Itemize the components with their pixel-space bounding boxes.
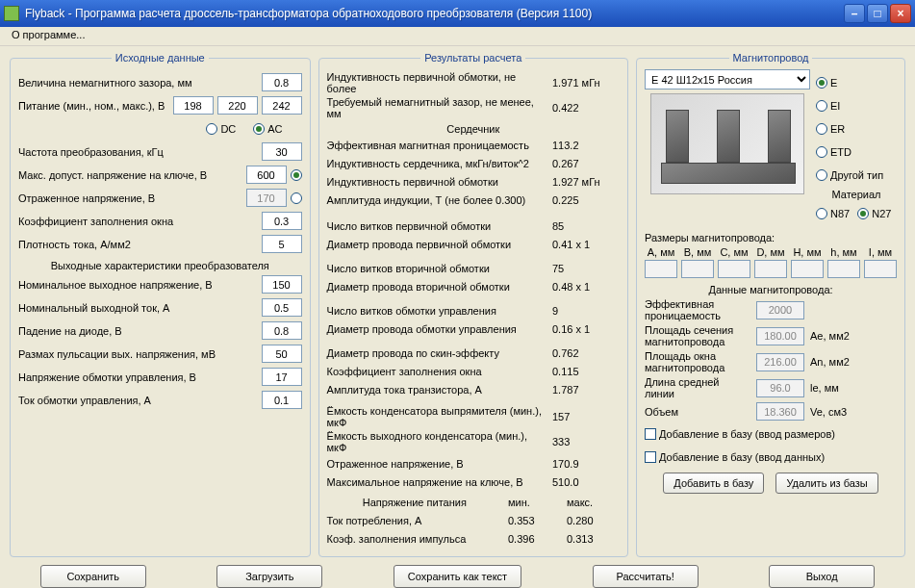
window-title: Flyback - Программа расчета дроссель-тра…: [25, 7, 844, 20]
maximize-button[interactable]: □: [867, 4, 888, 23]
dim-hh-input[interactable]: [791, 260, 824, 278]
jdens-label: Плотность тока, А/мм2: [18, 239, 258, 250]
kfill-label: Коэффициент заполнения окна: [18, 216, 258, 227]
jdens-input[interactable]: [262, 235, 302, 253]
dims-heading: Размеры магнитопровода:: [645, 232, 897, 243]
vref-radio[interactable]: [291, 192, 302, 204]
dims-header: A, ммB, ммC, мм D, ммH, ммh, ммI, мм: [645, 246, 897, 258]
input-group: Исходные данные Величина немагнитного за…: [10, 52, 311, 557]
title-bar: Flyback - Программа расчета дроссель-тра…: [0, 0, 915, 27]
core-image: [650, 93, 804, 194]
vctrl-input[interactable]: [262, 368, 302, 386]
remove-from-db-button[interactable]: Удалить из базы: [775, 473, 877, 494]
core-mu-input: [756, 301, 804, 320]
ripple-label: Размах пульсации вых. напряжения, мВ: [18, 348, 258, 360]
vsw-radio[interactable]: [291, 169, 302, 181]
vref-input: [246, 189, 287, 207]
shape-other-radio[interactable]: Другой тип: [816, 169, 883, 181]
vctrl-label: Напряжение обмотки управления, В: [18, 371, 258, 383]
iout-label: Номинальный выходной ток, А: [18, 302, 258, 314]
material-label: Материал: [816, 189, 897, 200]
supply-min-input[interactable]: [173, 96, 214, 115]
gap-label: Величина немагнитного зазора, мм: [18, 77, 258, 89]
core-le-input: [756, 379, 804, 397]
add-data-check[interactable]: Добавление в базу (ввод данных): [645, 451, 825, 463]
ripple-input[interactable]: [262, 345, 302, 363]
gap-input[interactable]: [262, 73, 302, 91]
menu-bar: О программе...: [0, 27, 915, 46]
dim-a-input[interactable]: [645, 260, 677, 278]
freq-input[interactable]: [262, 142, 302, 161]
save-text-button[interactable]: Сохранить как текст: [394, 565, 521, 588]
core-ae-input: [756, 327, 804, 345]
dim-h-input[interactable]: [827, 260, 860, 278]
supply-max-input[interactable]: [262, 96, 302, 115]
results-legend: Результаты расчета: [420, 52, 525, 64]
mat-n27-radio[interactable]: N27: [857, 208, 891, 219]
shape-etd-radio[interactable]: ETD: [816, 146, 851, 158]
dim-c-input[interactable]: [718, 260, 750, 278]
calculate-button[interactable]: Рассчитать!: [593, 565, 699, 588]
shape-er-radio[interactable]: ER: [816, 123, 845, 135]
lprim-value: 1.971 мГн: [552, 77, 620, 89]
add-dims-check[interactable]: Добавление в базу (ввод размеров): [645, 428, 835, 440]
iout-input[interactable]: [262, 298, 302, 317]
dim-i-input[interactable]: [864, 260, 897, 278]
mat-n87-radio[interactable]: N87: [816, 208, 850, 219]
dim-d-input[interactable]: [754, 260, 787, 278]
shape-ei-radio[interactable]: EI: [816, 100, 840, 112]
ictrl-input[interactable]: [262, 391, 302, 409]
output-subheading: Выходные характеристики преобразователя: [18, 260, 302, 271]
core-subheading: Сердечник: [327, 123, 620, 135]
vdiode-label: Падение на диоде, В: [18, 325, 258, 337]
button-row: Сохранить Загрузить Сохранить как текст …: [10, 557, 905, 588]
gapreq-value: 0.422: [552, 102, 620, 114]
ictrl-label: Ток обмотки управления, А: [18, 395, 258, 406]
ac-radio[interactable]: AC: [253, 123, 282, 135]
shape-e-radio[interactable]: E: [816, 77, 837, 89]
core-group: Магнитопровод E 42 Ш12x15 Россия E EI: [636, 52, 905, 557]
input-legend: Исходные данные: [112, 52, 209, 64]
dc-radio[interactable]: DC: [206, 123, 236, 135]
core-legend: Магнитопровод: [729, 52, 813, 64]
vout-label: Номинальное выходное напряжение, В: [18, 279, 258, 291]
minimize-button[interactable]: –: [844, 4, 865, 23]
save-button[interactable]: Сохранить: [40, 565, 146, 588]
vout-input[interactable]: [262, 275, 302, 294]
vsw-input[interactable]: [246, 166, 287, 184]
kfill-input[interactable]: [262, 212, 302, 230]
dim-b-input[interactable]: [681, 260, 714, 278]
results-group: Результаты расчета Индуктивность первичн…: [318, 52, 628, 557]
supply-label: Питание (мин., ном., макс.), В: [18, 100, 169, 112]
supply-nom-input[interactable]: [217, 96, 258, 115]
core-an-input: [756, 353, 804, 371]
core-ve-input: [756, 402, 804, 421]
vsw-label: Макс. допуст. напряжение на ключе, В: [18, 169, 242, 181]
core-select[interactable]: E 42 Ш12x15 Россия: [645, 69, 810, 89]
load-button[interactable]: Загрузить: [216, 565, 322, 588]
close-button[interactable]: ×: [890, 4, 911, 23]
data-heading: Данные магнитопровода:: [645, 284, 897, 295]
menu-about[interactable]: О программе...: [6, 27, 90, 42]
vdiode-input[interactable]: [262, 321, 302, 340]
freq-label: Частота преобразования, кГц: [18, 146, 258, 158]
add-to-db-button[interactable]: Добавить в базу: [663, 473, 764, 494]
app-icon: [4, 6, 19, 21]
vref-label: Отраженное напряжение, В: [18, 192, 242, 204]
exit-button[interactable]: Выход: [769, 565, 875, 588]
